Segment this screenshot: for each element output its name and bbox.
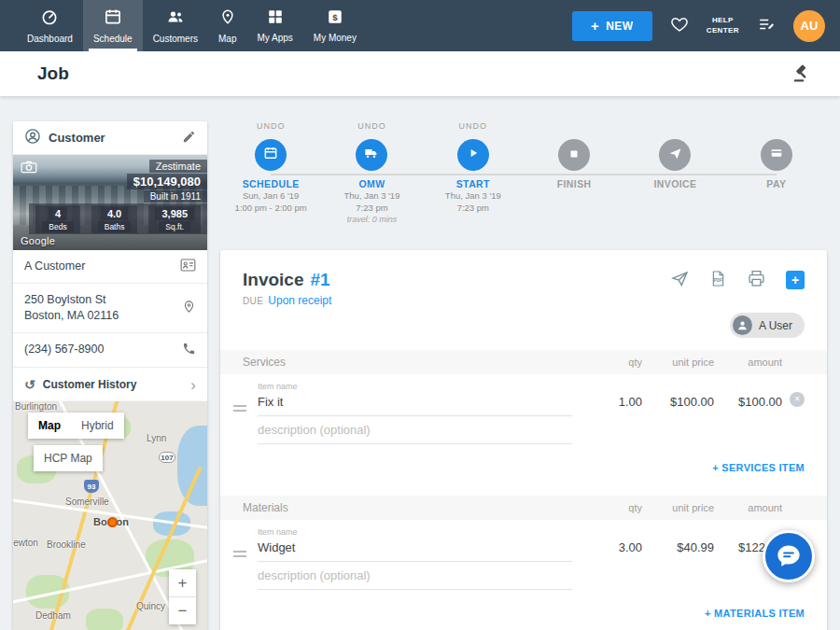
nav-dashboard[interactable]: Dashboard — [17, 0, 83, 51]
svg-text:PDF: PDF — [714, 278, 723, 283]
app-root: Dashboard Schedule Customers Map My Apps… — [0, 0, 840, 630]
sqft-value: 3,985 — [155, 207, 194, 220]
phone-icon[interactable] — [182, 342, 196, 358]
delete-service-item-button[interactable]: ✕ — [790, 392, 805, 407]
service-amount: $100.00 — [714, 395, 782, 416]
plus-icon: + — [591, 21, 599, 31]
baths-label: Baths — [98, 221, 132, 232]
step-date: Thu, Jan 3 '19 — [445, 189, 501, 202]
due-value-link[interactable]: Upon receipt — [268, 294, 331, 307]
route-93-shield: 93 — [84, 480, 99, 493]
step-label: START — [456, 178, 490, 189]
add-material-item-link[interactable]: + MATERIALS ITEM — [705, 608, 805, 619]
service-description-input[interactable] — [258, 420, 572, 444]
drag-handle-icon[interactable] — [233, 548, 246, 560]
nav-my-apps[interactable]: My Apps — [246, 0, 302, 51]
add-invoice-button[interactable]: + — [786, 271, 805, 289]
address-line1: 250 Boylston St — [24, 292, 119, 308]
paper-plane-icon — [670, 269, 690, 291]
service-unit-price[interactable]: $100.00 — [642, 395, 714, 416]
amount-column-header: amount — [714, 502, 782, 513]
materials-header: Materials — [243, 501, 572, 514]
edit-customer-button[interactable] — [182, 130, 196, 147]
travel-time: travel: 0 mins — [347, 215, 398, 224]
step-time: 7:23 pm — [356, 202, 387, 214]
map-label-burlington: Burlington — [15, 401, 57, 412]
nav-label: Dashboard — [27, 34, 73, 44]
gavel-icon — [791, 63, 812, 86]
material-description-input[interactable] — [258, 566, 572, 590]
pdf-icon: PDF — [709, 269, 727, 291]
referral-heart-button[interactable] — [669, 15, 690, 36]
step-date: Sun, Jan 6 '19 — [243, 189, 299, 202]
service-qty[interactable]: 1.00 — [572, 395, 642, 416]
item-name-label: Item name — [258, 527, 572, 537]
invoice-step-button[interactable] — [659, 139, 691, 171]
undo-start-link[interactable]: UNDO — [459, 121, 488, 134]
step-label: INVOICE — [653, 178, 696, 189]
add-service-item-link[interactable]: + SERVICES ITEM — [712, 462, 805, 473]
task-list-button[interactable] — [756, 16, 777, 35]
nav-label: Customers — [153, 34, 198, 44]
invoice-number[interactable]: #1 — [310, 270, 329, 290]
assignee-chip[interactable]: A User — [730, 313, 805, 338]
customer-history-link[interactable]: ↺ Customer History › — [13, 368, 207, 402]
start-step-button[interactable] — [457, 139, 489, 171]
beds-value: 4 — [49, 207, 67, 220]
hcp-map-button[interactable]: HCP Map — [34, 445, 103, 471]
material-unit-price[interactable]: $40.99 — [642, 540, 714, 562]
customer-icon — [24, 128, 41, 148]
nav-map[interactable]: Map — [208, 0, 246, 51]
user-avatar[interactable]: AU — [793, 10, 825, 42]
pdf-button[interactable]: PDF — [709, 269, 727, 291]
step-time: 7:23 pm — [457, 202, 489, 214]
finish-step-button[interactable] — [558, 139, 590, 171]
step-label: FINISH — [557, 178, 592, 189]
schedule-step-button[interactable] — [255, 139, 287, 171]
map-type-hybrid-button[interactable]: Hybrid — [71, 413, 124, 439]
assignee-row: A User — [243, 313, 805, 338]
location-pin-icon[interactable] — [182, 299, 196, 317]
nav-right-controls: + NEW HELP CENTER AU — [572, 0, 840, 51]
nav-label: Map — [218, 34, 236, 44]
services-header-band: Services qty unit price amount — [220, 350, 827, 374]
due-label: DUE — [243, 296, 263, 306]
list-edit-icon — [756, 16, 777, 35]
service-name-cell: Item name — [243, 382, 572, 416]
send-invoice-button[interactable] — [670, 269, 690, 291]
material-name-input[interactable] — [258, 538, 572, 562]
print-button[interactable] — [747, 269, 766, 291]
undo-omw-link[interactable]: UNDO — [357, 121, 386, 134]
unit-price-column-header: unit price — [642, 502, 714, 513]
material-qty[interactable]: 3.00 — [572, 540, 642, 562]
svg-text:$: $ — [332, 12, 338, 22]
property-photo[interactable]: Zestimate $10,149,080 Built in 1911 4Bed… — [13, 155, 207, 250]
new-button-label: NEW — [606, 20, 634, 33]
job-tools-button[interactable] — [791, 63, 812, 86]
zoom-in-button[interactable]: + — [169, 569, 196, 596]
nav-schedule[interactable]: Schedule — [83, 0, 143, 51]
chat-bubble-icon — [776, 542, 802, 571]
job-location-marker[interactable] — [107, 517, 118, 527]
invoice-actions: PDF + — [670, 269, 805, 291]
customer-card-header: Customer — [13, 121, 207, 155]
undo-schedule-link[interactable]: UNDO — [257, 121, 286, 134]
help-center-link[interactable]: HELP CENTER — [707, 16, 739, 36]
zoom-out-button[interactable]: − — [169, 597, 196, 624]
map-card[interactable]: Burlington Lynn 107 93 Somerville Boston… — [13, 401, 207, 630]
new-button[interactable]: + NEW — [572, 11, 652, 41]
omw-step-button[interactable] — [356, 139, 387, 171]
nav-my-money[interactable]: $ My Money — [303, 0, 367, 51]
pay-step-button[interactable] — [761, 139, 792, 171]
nav-customers[interactable]: Customers — [143, 0, 208, 51]
service-name-input[interactable] — [258, 392, 572, 416]
schedule-icon — [104, 7, 122, 30]
contact-card-icon[interactable] — [180, 259, 196, 274]
step-omw: UNDO OMW Thu, Jan 3 '19 7:23 pm travel: … — [321, 121, 422, 245]
customer-address-row: 250 Boylston St Boston, MA 02116 — [13, 284, 207, 333]
chat-launcher-button[interactable] — [763, 530, 815, 582]
map-label-dedham: Dedham — [35, 610, 71, 621]
assignee-name: A User — [759, 319, 792, 332]
drag-handle-icon[interactable] — [233, 402, 246, 414]
map-type-map-button[interactable]: Map — [28, 413, 71, 439]
